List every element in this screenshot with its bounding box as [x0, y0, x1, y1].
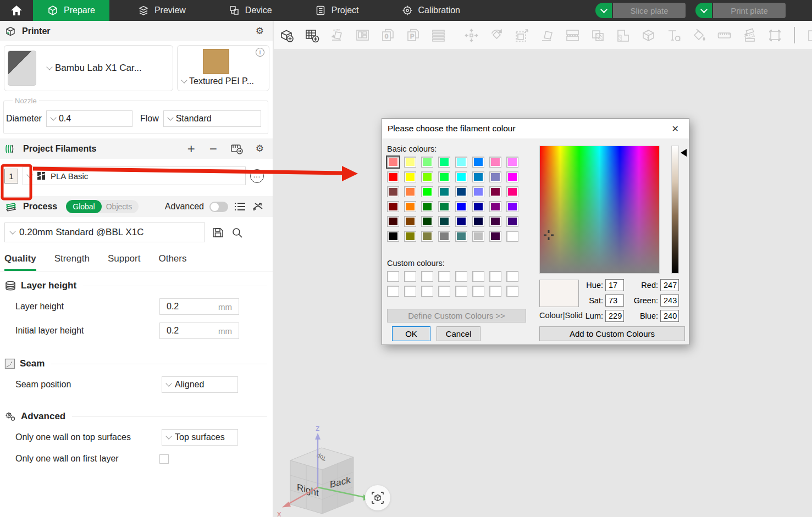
- search-preset-icon[interactable]: [231, 226, 244, 239]
- printer-select[interactable]: Bambu Lab X1 Car...: [4, 45, 173, 91]
- basic-colour-swatch[interactable]: [489, 171, 501, 182]
- custom-colour-swatch[interactable]: [455, 271, 467, 282]
- basic-colour-swatch[interactable]: [506, 231, 518, 242]
- wall-first-checkbox[interactable]: [159, 454, 169, 464]
- basic-colour-swatch[interactable]: [387, 201, 399, 212]
- slice-plate-button[interactable]: Slice plate: [595, 3, 686, 18]
- dialog-titlebar[interactable]: Please choose the filament colour ✕: [382, 119, 689, 138]
- ams-sync-icon[interactable]: [230, 143, 244, 155]
- plate-select[interactable]: i Textured PEI P...: [177, 45, 269, 91]
- add-object-icon[interactable]: [279, 28, 294, 43]
- custom-colour-swatch[interactable]: [421, 271, 433, 282]
- add-plate-icon[interactable]: [305, 28, 319, 43]
- hue-saturation-field[interactable]: [539, 146, 660, 274]
- basic-colour-swatch[interactable]: [455, 231, 467, 242]
- basic-colour-swatch[interactable]: [506, 201, 518, 212]
- cut-icon[interactable]: [641, 28, 656, 43]
- custom-colour-swatch[interactable]: [455, 286, 467, 297]
- custom-colour-swatch[interactable]: [506, 286, 518, 297]
- basic-colour-swatch[interactable]: [455, 186, 467, 197]
- tab-quality[interactable]: Quality: [4, 253, 36, 271]
- scope-objects[interactable]: Objects: [102, 202, 139, 211]
- sat-input[interactable]: 73: [605, 294, 624, 307]
- basic-colour-swatch[interactable]: [472, 157, 484, 168]
- custom-colour-swatch[interactable]: [472, 271, 484, 282]
- parameter-list-icon[interactable]: [234, 201, 246, 212]
- filament-settings-gear-icon[interactable]: ⚙: [256, 144, 264, 153]
- mesh-boolean-icon[interactable]: [590, 28, 605, 43]
- basic-colour-swatch[interactable]: [489, 216, 501, 227]
- basic-colour-swatch[interactable]: [404, 157, 416, 168]
- tab-preview[interactable]: Preview: [124, 0, 200, 21]
- rotate-icon[interactable]: [489, 28, 504, 43]
- basic-colour-swatch[interactable]: [421, 186, 433, 197]
- basic-colour-swatch[interactable]: [489, 157, 501, 168]
- assembly-icon[interactable]: [807, 28, 812, 43]
- basic-colour-swatch[interactable]: [489, 186, 501, 197]
- basic-colour-swatch[interactable]: [472, 186, 484, 197]
- basic-colour-swatch[interactable]: [387, 216, 399, 227]
- filament-colour-slot[interactable]: 1: [4, 169, 18, 184]
- seam-position-select[interactable]: Aligned: [162, 376, 238, 393]
- custom-colour-swatch[interactable]: [506, 271, 518, 282]
- remove-filament-icon[interactable]: −: [209, 141, 217, 157]
- split-parts-icon[interactable]: [616, 28, 631, 43]
- ok-button[interactable]: OK: [392, 326, 430, 341]
- initial-layer-height-input[interactable]: 0.2 mm: [159, 323, 239, 339]
- basic-colour-swatch[interactable]: [421, 201, 433, 212]
- move-icon[interactable]: [464, 28, 479, 43]
- print-plate-button[interactable]: Print plate: [695, 3, 786, 18]
- paste-icon[interactable]: P: [406, 28, 421, 43]
- tab-project[interactable]: Project: [301, 0, 373, 21]
- flow-select[interactable]: Standard: [163, 110, 261, 127]
- blue-input[interactable]: 240: [660, 310, 679, 322]
- process-preset-select[interactable]: 0.20mm Standard @BBL X1C: [4, 223, 205, 242]
- basic-colour-swatch[interactable]: [438, 231, 450, 242]
- cancel-button[interactable]: Cancel: [437, 326, 480, 341]
- auto-orient-icon[interactable]: AUTO: [330, 28, 345, 43]
- custom-colour-swatch[interactable]: [387, 286, 399, 297]
- custom-colour-swatch[interactable]: [489, 286, 501, 297]
- copy-icon[interactable]: 0: [380, 28, 395, 43]
- basic-colour-swatch[interactable]: [387, 157, 399, 168]
- basic-colour-swatch[interactable]: [489, 201, 501, 212]
- split-plate-icon[interactable]: [565, 28, 580, 43]
- luminance-bar[interactable]: [671, 146, 679, 274]
- custom-colour-swatch[interactable]: [438, 286, 450, 297]
- arrange-icon[interactable]: [355, 28, 370, 43]
- add-to-custom-colours-button[interactable]: Add to Custom Colours: [539, 326, 685, 341]
- tune-icon[interactable]: [252, 201, 264, 212]
- custom-colour-swatch[interactable]: [472, 286, 484, 297]
- custom-colour-swatch[interactable]: [387, 271, 399, 282]
- tab-others[interactable]: Others: [158, 253, 186, 271]
- green-input[interactable]: 243: [660, 294, 679, 307]
- color-paint-icon[interactable]: [692, 28, 706, 43]
- basic-colour-swatch[interactable]: [404, 216, 416, 227]
- basic-colour-swatch[interactable]: [421, 216, 433, 227]
- basic-colour-swatch[interactable]: [421, 231, 433, 242]
- basic-colour-swatch[interactable]: [472, 231, 484, 242]
- measure-icon[interactable]: [717, 28, 732, 43]
- basic-colour-swatch[interactable]: [472, 216, 484, 227]
- luminance-slider-icon[interactable]: [681, 149, 687, 157]
- basic-colour-swatch[interactable]: [506, 186, 518, 197]
- slice-options-chevron-icon[interactable]: [595, 3, 612, 18]
- basic-colour-swatch[interactable]: [404, 186, 416, 197]
- basic-colour-swatch[interactable]: [387, 171, 399, 182]
- layer-height-input[interactable]: 0.2 mm: [159, 298, 239, 315]
- plate-info-icon[interactable]: i: [256, 48, 264, 57]
- basic-colour-swatch[interactable]: [506, 216, 518, 227]
- custom-colour-swatch[interactable]: [404, 286, 416, 297]
- tab-strength[interactable]: Strength: [54, 253, 90, 271]
- basic-colour-swatch[interactable]: [421, 171, 433, 182]
- basic-colour-swatch[interactable]: [438, 201, 450, 212]
- lum-input[interactable]: 229: [605, 310, 624, 322]
- define-custom-colours-button[interactable]: Define Custom Colours >>: [387, 309, 526, 323]
- basic-colour-swatch[interactable]: [438, 157, 450, 168]
- tab-device[interactable]: Device: [214, 0, 286, 21]
- diameter-select[interactable]: 0.4: [46, 110, 132, 127]
- custom-colour-swatch[interactable]: [421, 286, 433, 297]
- text-icon[interactable]: [666, 28, 681, 43]
- basic-colour-swatch[interactable]: [455, 216, 467, 227]
- basic-colour-swatch[interactable]: [421, 157, 433, 168]
